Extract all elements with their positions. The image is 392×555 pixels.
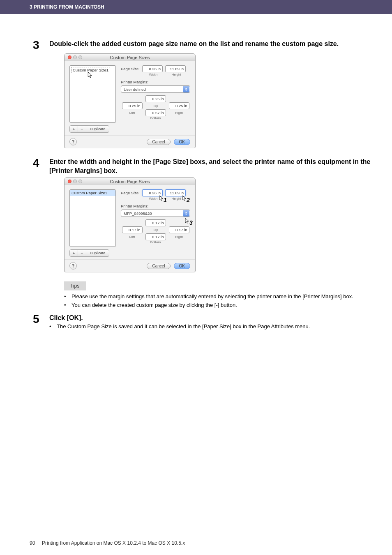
bottom-label: Bottom [150, 116, 161, 120]
bottom-margin-input[interactable]: 0.17 in [145, 233, 166, 240]
top-margin-input[interactable]: 0.17 in [145, 219, 166, 226]
left-margin-input[interactable]: 0.17 in [122, 226, 143, 233]
step-5: 5 Click [OK]. • The Custom Page Size is … [33, 313, 378, 334]
page-size-label: Page Size: [121, 67, 140, 71]
remove-button[interactable]: − [78, 126, 86, 132]
dropdown-value: MFP_04998&20 [121, 211, 182, 216]
page-content: 3 Double-click the added custom page siz… [0, 39, 392, 334]
step-3-heading: Double-click the added custom page size … [49, 39, 378, 48]
top-margin-input[interactable]: 0.25 in [145, 95, 166, 102]
width-input[interactable]: 8.26 in [142, 65, 163, 72]
dropdown-value: User defined [121, 87, 182, 92]
help-button[interactable]: ? [69, 138, 77, 145]
margins-dropdown[interactable]: User defined [121, 85, 190, 93]
page-number: 90 [30, 540, 35, 546]
left-label: Left [129, 111, 135, 115]
margins-grid: 0.17 in 0.17 in Top 0.17 in Left 0.17 in… [121, 219, 190, 244]
add-button[interactable]: + [70, 250, 78, 256]
tip-text: You can delete the created custom page s… [71, 302, 237, 309]
duplicate-button[interactable]: Duplicate [86, 250, 109, 256]
bullet-text: The Custom Page Size is saved and it can… [57, 323, 310, 331]
top-label: Top [153, 228, 158, 232]
dialog-title: Custom Page Sizes [65, 179, 195, 184]
cancel-button[interactable]: Cancel [147, 139, 170, 145]
dialog-titlebar: Custom Page Sizes [65, 54, 195, 61]
step-number-3: 3 [33, 39, 49, 51]
ok-button[interactable]: OK [174, 139, 190, 145]
top-label: Top [153, 104, 158, 108]
height-input[interactable]: 11.69 in [165, 65, 186, 72]
right-margin-input[interactable]: 0.17 in [169, 226, 189, 233]
step-4: 4 Enter the width and height in the [Pag… [33, 157, 378, 175]
custom-page-sizes-dialog-4: Custom Page Sizes Custom Paper Size1 + −… [64, 177, 196, 272]
tip-text: Please use the margin settings that are … [71, 293, 353, 301]
dialog-titlebar: Custom Page Sizes [65, 178, 195, 185]
margins-dropdown[interactable]: MFP_04998&20 [121, 210, 190, 217]
callout-2: 2 [187, 197, 190, 203]
page-size-label: Page Size: [121, 191, 140, 195]
right-label: Right [175, 111, 183, 115]
list-buttons: + − Duplicate [69, 249, 109, 257]
step-5-bullet: • The Custom Page Size is saved and it c… [49, 323, 378, 331]
step-5-heading: Click [OK]. [49, 313, 378, 322]
step-number-5: 5 [33, 313, 49, 325]
breadcrumb: 3 PRINTING FROM MACINTOSH [30, 4, 104, 10]
width-label: Width [143, 73, 164, 76]
custom-page-sizes-dialog: Custom Page Sizes Custom Paper Size1 + −… [64, 53, 196, 148]
remove-button[interactable]: − [78, 250, 86, 256]
printer-margins-label: Printer Margins: [121, 204, 190, 208]
printer-margins-label: Printer Margins: [121, 80, 190, 84]
cursor-icon [87, 71, 95, 79]
header-bar: 3 PRINTING FROM MACINTOSH [0, 0, 392, 14]
right-label: Right [175, 235, 183, 239]
dialog-title: Custom Page Sizes [65, 55, 195, 60]
tips-label: Tips [64, 281, 86, 290]
step-3: 3 Double-click the added custom page siz… [33, 39, 378, 51]
size-list[interactable]: Custom Paper Size1 [69, 65, 116, 123]
height-label: Height [166, 73, 187, 76]
step-4-screenshot: Custom Page Sizes Custom Paper Size1 + −… [64, 177, 378, 272]
footer-text: Printing from Application on Mac OS X 10… [42, 540, 185, 546]
left-margin-input[interactable]: 0.25 in [122, 102, 143, 109]
ok-button[interactable]: OK [174, 263, 190, 269]
chevron-updown-icon [183, 210, 189, 216]
tip-item: • Please use the margin settings that ar… [64, 293, 378, 301]
page-footer: 90 Printing from Application on Mac OS X… [30, 540, 185, 546]
duplicate-button[interactable]: Duplicate [86, 126, 109, 132]
margins-grid: 0.25 in 0.25 in Top 0.25 in Left 0.57 in… [121, 95, 190, 120]
help-button[interactable]: ? [69, 262, 77, 269]
chevron-updown-icon [183, 86, 189, 92]
tips-box: Tips [64, 281, 378, 290]
cancel-button[interactable]: Cancel [147, 263, 170, 269]
left-label: Left [129, 235, 135, 239]
callout-1: 1 [164, 197, 167, 203]
step-number-4: 4 [33, 157, 49, 169]
right-margin-input[interactable]: 0.25 in [169, 102, 189, 109]
step-3-screenshot: Custom Page Sizes Custom Paper Size1 + −… [64, 53, 378, 148]
callout-3: 3 [189, 219, 193, 226]
step-4-tips-list: • Please use the margin settings that ar… [64, 293, 378, 309]
add-button[interactable]: + [70, 126, 78, 132]
bottom-margin-input[interactable]: 0.57 in [145, 109, 166, 116]
bottom-label: Bottom [150, 240, 161, 244]
size-list-item-selected[interactable]: Custom Paper Size1 [70, 190, 115, 196]
step-4-heading: Enter the width and height in the [Page … [49, 157, 378, 175]
tip-item: • You can delete the created custom page… [64, 302, 378, 309]
list-buttons: + − Duplicate [69, 125, 109, 133]
size-list[interactable]: Custom Paper Size1 [69, 189, 116, 247]
